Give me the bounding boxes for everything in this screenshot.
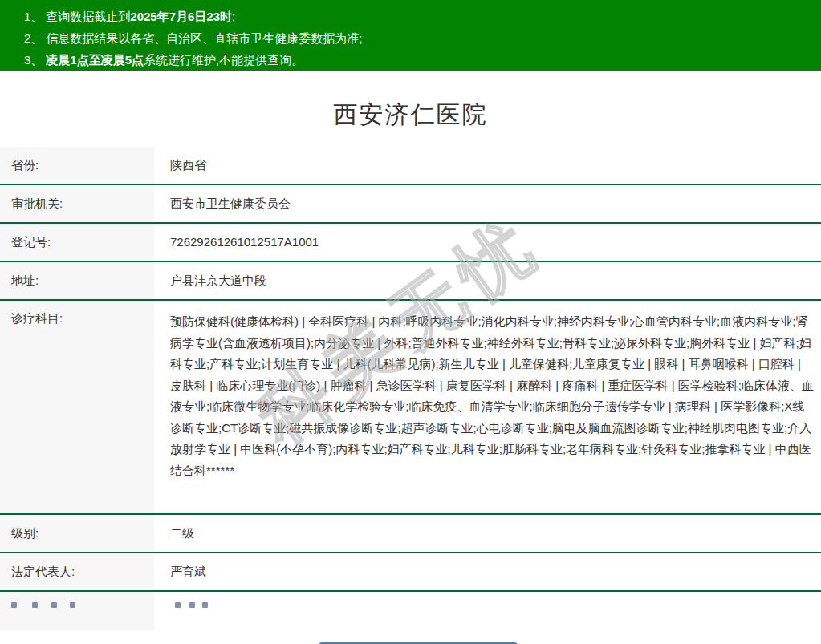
row-medical-departments: 诊疗科目: 预防保健科(健康体检科) | 全科医疗科 | 内科;呼吸内科专业;消… — [0, 301, 821, 515]
notice-line-1: 1、查询数据截止到2025年7月6日23时; — [24, 6, 821, 27]
notice-number: 3、 — [24, 53, 43, 67]
title-area: 西安济仁医院 — [0, 71, 821, 147]
row-label: 法定代表人: — [0, 553, 154, 590]
row-value: 72629261261012517A1001 — [154, 224, 821, 261]
notice-banner: 1、查询数据截止到2025年7月6日23时; 2、信息数据结果以各省、自治区、直… — [0, 0, 821, 71]
clipped-glyph-top — [32, 602, 38, 608]
clipped-glyph-top — [202, 602, 208, 608]
row-label: 审批机关: — [0, 185, 154, 222]
notice-text: ; — [232, 10, 235, 23]
row-label: 省份: — [0, 147, 154, 184]
clipped-glyph-top — [70, 602, 75, 608]
row-value: 户县沣京大道中段 — [154, 262, 821, 299]
row-value: 预防保健科(健康体检科) | 全科医疗科 | 内科;呼吸内科专业;消化内科专业;… — [154, 301, 821, 513]
clipped-glyph-top — [175, 602, 181, 608]
notice-number: 1、 — [24, 10, 43, 23]
row-label: 登记号: — [0, 224, 154, 261]
clipped-glyph-top — [51, 602, 57, 608]
footer: 〖关闭窗口〗 ©本图由平台注册用户上传 — [0, 630, 821, 644]
notice-text-bold: 2025年7月6日23时 — [130, 10, 232, 23]
notice-text: 查询数据截止到 — [46, 10, 130, 23]
row-value: 二级 — [154, 515, 821, 552]
notice-number: 2、 — [24, 31, 43, 45]
row-label: 诊疗科目: — [0, 301, 154, 513]
notice-text-bold: 凌晨1点至凌晨5点 — [46, 53, 144, 67]
clipped-glyph-top — [11, 602, 17, 608]
notice-text: 信息数据结果以各省、自治区、直辖市卫生健康委数据为准; — [46, 31, 362, 45]
row-address: 地址: 户县沣京大道中段 — [0, 262, 821, 301]
hospital-info-table: 省份: 陕西省 审批机关: 西安市卫生健康委员会 登记号: 7262926126… — [0, 147, 821, 630]
notice-line-2: 2、信息数据结果以各省、自治区、直辖市卫生健康委数据为准; — [24, 27, 821, 49]
clipped-glyph-top — [189, 602, 195, 608]
row-approval-authority: 审批机关: 西安市卫生健康委员会 — [0, 185, 821, 224]
row-province: 省份: 陕西省 — [0, 147, 821, 185]
row-clipped-partial — [0, 592, 821, 630]
row-legal-representative: 法定代表人: 严育斌 — [0, 553, 821, 592]
row-registration-number: 登记号: 72629261261012517A1001 — [0, 224, 821, 262]
row-label: 级别: — [0, 515, 154, 552]
row-label: 地址: — [0, 262, 154, 299]
hospital-name-title: 西安济仁医院 — [0, 101, 821, 128]
row-value: 严育斌 — [154, 553, 821, 590]
notice-text: 系统进行维护,不能提供查询。 — [144, 53, 303, 67]
notice-line-3: 3、凌晨1点至凌晨5点系统进行维护,不能提供查询。 — [24, 49, 821, 71]
row-value: 陕西省 — [154, 147, 821, 184]
row-value: 西安市卫生健康委员会 — [154, 185, 821, 222]
row-level: 级别: 二级 — [0, 515, 821, 553]
